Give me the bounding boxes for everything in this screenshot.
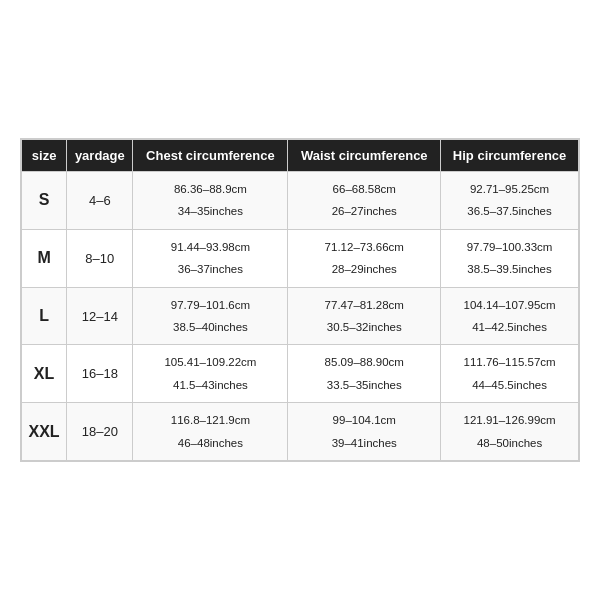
table-row: XXL18–20116.8–121.9cm46–48inches99–104.1… <box>22 403 579 461</box>
size-cell: S <box>22 172 67 230</box>
size-cell: M <box>22 229 67 287</box>
chest-cell: 97.79–101.6cm38.5–40inches <box>133 287 288 345</box>
waist-imperial: 39–41inches <box>290 432 438 456</box>
table-row: S4–686.36–88.9cm34–35inches66–68.58cm26–… <box>22 172 579 230</box>
yardage-cell: 12–14 <box>67 287 133 345</box>
waist-cell: 66–68.58cm26–27inches <box>288 172 441 230</box>
waist-imperial: 26–27inches <box>290 200 438 224</box>
size-chart-table: size yardage Chest circumference Waist c… <box>21 139 579 461</box>
chest-cell: 105.41–109.22cm41.5–43inches <box>133 345 288 403</box>
header-waist: Waist circumference <box>288 140 441 172</box>
hip-cell: 111.76–115.57cm44–45.5inches <box>441 345 579 403</box>
waist-imperial: 30.5–32inches <box>290 316 438 340</box>
chest-imperial: 41.5–43inches <box>135 374 285 398</box>
header-size: size <box>22 140 67 172</box>
waist-metric: 85.09–88.90cm <box>290 349 438 373</box>
size-chart-container: size yardage Chest circumference Waist c… <box>20 138 580 462</box>
waist-metric: 77.47–81.28cm <box>290 292 438 316</box>
header-chest: Chest circumference <box>133 140 288 172</box>
chest-imperial: 34–35inches <box>135 200 285 224</box>
chest-cell: 91.44–93.98cm36–37inches <box>133 229 288 287</box>
waist-metric: 66–68.58cm <box>290 176 438 200</box>
hip-cell: 121.91–126.99cm48–50inches <box>441 403 579 461</box>
chest-metric: 86.36–88.9cm <box>135 176 285 200</box>
table-row: L12–1497.79–101.6cm38.5–40inches77.47–81… <box>22 287 579 345</box>
yardage-cell: 4–6 <box>67 172 133 230</box>
waist-imperial: 33.5–35inches <box>290 374 438 398</box>
size-cell: L <box>22 287 67 345</box>
hip-cell: 104.14–107.95cm41–42.5inches <box>441 287 579 345</box>
yardage-cell: 8–10 <box>67 229 133 287</box>
chest-imperial: 46–48inches <box>135 432 285 456</box>
hip-metric: 111.76–115.57cm <box>443 349 576 373</box>
waist-imperial: 28–29inches <box>290 258 438 282</box>
chest-imperial: 38.5–40inches <box>135 316 285 340</box>
hip-imperial: 44–45.5inches <box>443 374 576 398</box>
hip-imperial: 36.5–37.5inches <box>443 200 576 224</box>
header-hip: Hip circumference <box>441 140 579 172</box>
waist-cell: 77.47–81.28cm30.5–32inches <box>288 287 441 345</box>
chest-imperial: 36–37inches <box>135 258 285 282</box>
hip-metric: 97.79–100.33cm <box>443 234 576 258</box>
hip-metric: 104.14–107.95cm <box>443 292 576 316</box>
chest-cell: 86.36–88.9cm34–35inches <box>133 172 288 230</box>
waist-cell: 71.12–73.66cm28–29inches <box>288 229 441 287</box>
waist-metric: 71.12–73.66cm <box>290 234 438 258</box>
yardage-cell: 16–18 <box>67 345 133 403</box>
hip-imperial: 41–42.5inches <box>443 316 576 340</box>
hip-metric: 92.71–95.25cm <box>443 176 576 200</box>
waist-metric: 99–104.1cm <box>290 407 438 431</box>
hip-imperial: 48–50inches <box>443 432 576 456</box>
waist-cell: 99–104.1cm39–41inches <box>288 403 441 461</box>
chest-metric: 116.8–121.9cm <box>135 407 285 431</box>
hip-cell: 92.71–95.25cm36.5–37.5inches <box>441 172 579 230</box>
hip-cell: 97.79–100.33cm38.5–39.5inches <box>441 229 579 287</box>
size-cell: XL <box>22 345 67 403</box>
table-row: M8–1091.44–93.98cm36–37inches71.12–73.66… <box>22 229 579 287</box>
chest-metric: 105.41–109.22cm <box>135 349 285 373</box>
waist-cell: 85.09–88.90cm33.5–35inches <box>288 345 441 403</box>
header-yardage: yardage <box>67 140 133 172</box>
chest-cell: 116.8–121.9cm46–48inches <box>133 403 288 461</box>
chest-metric: 97.79–101.6cm <box>135 292 285 316</box>
chest-metric: 91.44–93.98cm <box>135 234 285 258</box>
hip-imperial: 38.5–39.5inches <box>443 258 576 282</box>
size-cell: XXL <box>22 403 67 461</box>
table-row: XL16–18105.41–109.22cm41.5–43inches85.09… <box>22 345 579 403</box>
yardage-cell: 18–20 <box>67 403 133 461</box>
hip-metric: 121.91–126.99cm <box>443 407 576 431</box>
